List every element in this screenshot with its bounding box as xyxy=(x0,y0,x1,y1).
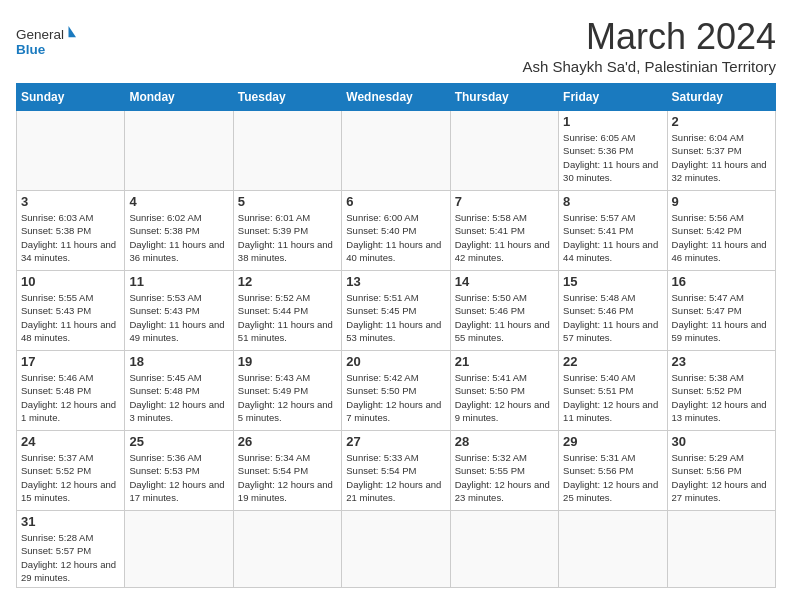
day-number: 5 xyxy=(238,194,337,209)
day-info: Sunrise: 5:57 AM Sunset: 5:41 PM Dayligh… xyxy=(563,211,662,264)
day-info: Sunrise: 5:29 AM Sunset: 5:56 PM Dayligh… xyxy=(672,451,771,504)
day-info: Sunrise: 6:00 AM Sunset: 5:40 PM Dayligh… xyxy=(346,211,445,264)
calendar-cell: 10Sunrise: 5:55 AM Sunset: 5:43 PM Dayli… xyxy=(17,271,125,351)
svg-text:Blue: Blue xyxy=(16,42,46,57)
header: General Blue March 2024 Ash Shaykh Sa'd,… xyxy=(16,16,776,75)
day-number: 25 xyxy=(129,434,228,449)
day-number: 6 xyxy=(346,194,445,209)
calendar-cell xyxy=(17,111,125,191)
weekday-header-tuesday: Tuesday xyxy=(233,84,341,111)
calendar-cell: 19Sunrise: 5:43 AM Sunset: 5:49 PM Dayli… xyxy=(233,351,341,431)
day-info: Sunrise: 6:02 AM Sunset: 5:38 PM Dayligh… xyxy=(129,211,228,264)
weekday-header-row: SundayMondayTuesdayWednesdayThursdayFrid… xyxy=(17,84,776,111)
calendar-cell: 27Sunrise: 5:33 AM Sunset: 5:54 PM Dayli… xyxy=(342,431,450,511)
calendar-cell: 17Sunrise: 5:46 AM Sunset: 5:48 PM Dayli… xyxy=(17,351,125,431)
day-info: Sunrise: 5:43 AM Sunset: 5:49 PM Dayligh… xyxy=(238,371,337,424)
calendar-cell: 24Sunrise: 5:37 AM Sunset: 5:52 PM Dayli… xyxy=(17,431,125,511)
day-info: Sunrise: 5:40 AM Sunset: 5:51 PM Dayligh… xyxy=(563,371,662,424)
day-number: 24 xyxy=(21,434,120,449)
day-number: 26 xyxy=(238,434,337,449)
weekday-header-sunday: Sunday xyxy=(17,84,125,111)
calendar-table: SundayMondayTuesdayWednesdayThursdayFrid… xyxy=(16,83,776,588)
calendar-cell: 1Sunrise: 6:05 AM Sunset: 5:36 PM Daylig… xyxy=(559,111,667,191)
calendar-cell xyxy=(125,511,233,588)
day-number: 19 xyxy=(238,354,337,369)
calendar-cell: 5Sunrise: 6:01 AM Sunset: 5:39 PM Daylig… xyxy=(233,191,341,271)
calendar-cell: 23Sunrise: 5:38 AM Sunset: 5:52 PM Dayli… xyxy=(667,351,775,431)
day-info: Sunrise: 5:31 AM Sunset: 5:56 PM Dayligh… xyxy=(563,451,662,504)
day-info: Sunrise: 5:38 AM Sunset: 5:52 PM Dayligh… xyxy=(672,371,771,424)
calendar-week-1: 1Sunrise: 6:05 AM Sunset: 5:36 PM Daylig… xyxy=(17,111,776,191)
calendar-cell: 12Sunrise: 5:52 AM Sunset: 5:44 PM Dayli… xyxy=(233,271,341,351)
day-info: Sunrise: 5:37 AM Sunset: 5:52 PM Dayligh… xyxy=(21,451,120,504)
calendar-cell xyxy=(125,111,233,191)
page-container: General Blue March 2024 Ash Shaykh Sa'd,… xyxy=(16,16,776,588)
calendar-cell: 9Sunrise: 5:56 AM Sunset: 5:42 PM Daylig… xyxy=(667,191,775,271)
calendar-cell: 8Sunrise: 5:57 AM Sunset: 5:41 PM Daylig… xyxy=(559,191,667,271)
day-info: Sunrise: 5:34 AM Sunset: 5:54 PM Dayligh… xyxy=(238,451,337,504)
calendar-cell: 3Sunrise: 6:03 AM Sunset: 5:38 PM Daylig… xyxy=(17,191,125,271)
day-number: 31 xyxy=(21,514,120,529)
month-title: March 2024 xyxy=(522,16,776,58)
day-number: 8 xyxy=(563,194,662,209)
calendar-cell: 30Sunrise: 5:29 AM Sunset: 5:56 PM Dayli… xyxy=(667,431,775,511)
calendar-week-5: 24Sunrise: 5:37 AM Sunset: 5:52 PM Dayli… xyxy=(17,431,776,511)
day-number: 10 xyxy=(21,274,120,289)
calendar-cell: 25Sunrise: 5:36 AM Sunset: 5:53 PM Dayli… xyxy=(125,431,233,511)
day-number: 16 xyxy=(672,274,771,289)
calendar-cell xyxy=(233,511,341,588)
calendar-cell xyxy=(342,511,450,588)
calendar-cell: 7Sunrise: 5:58 AM Sunset: 5:41 PM Daylig… xyxy=(450,191,558,271)
calendar-week-3: 10Sunrise: 5:55 AM Sunset: 5:43 PM Dayli… xyxy=(17,271,776,351)
day-info: Sunrise: 5:45 AM Sunset: 5:48 PM Dayligh… xyxy=(129,371,228,424)
calendar-cell: 21Sunrise: 5:41 AM Sunset: 5:50 PM Dayli… xyxy=(450,351,558,431)
day-info: Sunrise: 5:28 AM Sunset: 5:57 PM Dayligh… xyxy=(21,531,120,584)
day-number: 13 xyxy=(346,274,445,289)
logo: General Blue xyxy=(16,16,76,66)
weekday-header-monday: Monday xyxy=(125,84,233,111)
day-info: Sunrise: 5:46 AM Sunset: 5:48 PM Dayligh… xyxy=(21,371,120,424)
day-number: 22 xyxy=(563,354,662,369)
calendar-cell: 2Sunrise: 6:04 AM Sunset: 5:37 PM Daylig… xyxy=(667,111,775,191)
calendar-cell: 20Sunrise: 5:42 AM Sunset: 5:50 PM Dayli… xyxy=(342,351,450,431)
day-info: Sunrise: 5:55 AM Sunset: 5:43 PM Dayligh… xyxy=(21,291,120,344)
day-info: Sunrise: 6:05 AM Sunset: 5:36 PM Dayligh… xyxy=(563,131,662,184)
day-number: 17 xyxy=(21,354,120,369)
calendar-cell: 26Sunrise: 5:34 AM Sunset: 5:54 PM Dayli… xyxy=(233,431,341,511)
day-info: Sunrise: 6:01 AM Sunset: 5:39 PM Dayligh… xyxy=(238,211,337,264)
calendar-cell xyxy=(342,111,450,191)
day-number: 18 xyxy=(129,354,228,369)
day-number: 20 xyxy=(346,354,445,369)
day-info: Sunrise: 6:03 AM Sunset: 5:38 PM Dayligh… xyxy=(21,211,120,264)
calendar-cell: 16Sunrise: 5:47 AM Sunset: 5:47 PM Dayli… xyxy=(667,271,775,351)
day-number: 23 xyxy=(672,354,771,369)
svg-marker-2 xyxy=(69,26,77,37)
calendar-week-4: 17Sunrise: 5:46 AM Sunset: 5:48 PM Dayli… xyxy=(17,351,776,431)
day-info: Sunrise: 5:32 AM Sunset: 5:55 PM Dayligh… xyxy=(455,451,554,504)
calendar-cell xyxy=(450,511,558,588)
day-number: 27 xyxy=(346,434,445,449)
day-info: Sunrise: 5:48 AM Sunset: 5:46 PM Dayligh… xyxy=(563,291,662,344)
day-number: 30 xyxy=(672,434,771,449)
day-info: Sunrise: 5:33 AM Sunset: 5:54 PM Dayligh… xyxy=(346,451,445,504)
weekday-header-friday: Friday xyxy=(559,84,667,111)
day-number: 28 xyxy=(455,434,554,449)
calendar-cell xyxy=(450,111,558,191)
calendar-cell: 31Sunrise: 5:28 AM Sunset: 5:57 PM Dayli… xyxy=(17,511,125,588)
day-number: 11 xyxy=(129,274,228,289)
day-number: 9 xyxy=(672,194,771,209)
day-number: 2 xyxy=(672,114,771,129)
day-number: 12 xyxy=(238,274,337,289)
calendar-cell: 18Sunrise: 5:45 AM Sunset: 5:48 PM Dayli… xyxy=(125,351,233,431)
calendar-cell: 22Sunrise: 5:40 AM Sunset: 5:51 PM Dayli… xyxy=(559,351,667,431)
day-info: Sunrise: 5:50 AM Sunset: 5:46 PM Dayligh… xyxy=(455,291,554,344)
calendar-cell: 13Sunrise: 5:51 AM Sunset: 5:45 PM Dayli… xyxy=(342,271,450,351)
calendar-week-6: 31Sunrise: 5:28 AM Sunset: 5:57 PM Dayli… xyxy=(17,511,776,588)
day-number: 7 xyxy=(455,194,554,209)
day-number: 14 xyxy=(455,274,554,289)
day-info: Sunrise: 5:47 AM Sunset: 5:47 PM Dayligh… xyxy=(672,291,771,344)
svg-text:General: General xyxy=(16,27,64,42)
weekday-header-saturday: Saturday xyxy=(667,84,775,111)
calendar-cell: 15Sunrise: 5:48 AM Sunset: 5:46 PM Dayli… xyxy=(559,271,667,351)
weekday-header-wednesday: Wednesday xyxy=(342,84,450,111)
